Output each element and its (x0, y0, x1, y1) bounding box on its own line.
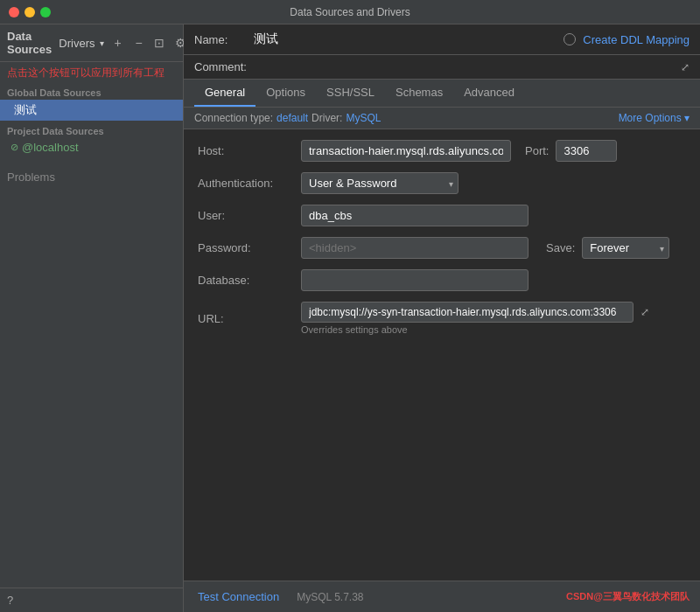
url-row: URL: ⤢ Overrides settings above (198, 302, 686, 335)
auth-select-wrapper: User & Password No auth LDAP Kerberos ▾ (301, 172, 458, 194)
problems-section: Problems (0, 167, 183, 187)
copy-button[interactable]: ⊡ (150, 33, 169, 52)
data-sources-tab[interactable]: Data Sources (7, 30, 52, 56)
tree-item-localhost[interactable]: ⊘ @localhost (0, 138, 183, 156)
name-row: Name: 测试 Create DDL Mapping (184, 24, 700, 55)
auth-select[interactable]: User & Password No auth LDAP Kerberos (301, 172, 458, 194)
user-row: User: (198, 205, 686, 226)
more-options-arrow-icon: ▾ (684, 112, 690, 124)
password-label: Password: (198, 241, 294, 254)
watermark: CSDN@三翼鸟数化技术团队 (566, 590, 690, 603)
add-button[interactable]: + (108, 33, 127, 52)
global-section-header: Global Data Sources (0, 84, 183, 100)
url-input-wrapper: ⤢ (301, 302, 686, 323)
left-panel-header: Data Sources Drivers ▾ + − ⊡ ⚙ ↗ ← → (0, 24, 183, 62)
left-panel: Data Sources Drivers ▾ + − ⊡ ⚙ ↗ ← → 点击这… (0, 24, 184, 612)
comment-label: Comment: (194, 60, 247, 73)
url-hint: Overrides settings above (301, 324, 686, 335)
conn-type-label: Connection type: (194, 112, 273, 124)
host-row: Host: Port: (198, 140, 686, 162)
connection-info-bar: Connection type: default Driver: MySQL M… (184, 108, 700, 129)
tab-schemas[interactable]: Schemas (385, 80, 453, 107)
drivers-tab[interactable]: Drivers (59, 37, 94, 50)
database-label: Database: (198, 274, 294, 287)
database-input[interactable] (301, 269, 528, 291)
tab-schemas-label: Schemas (396, 86, 443, 99)
close-button[interactable] (9, 7, 19, 17)
save-select[interactable]: Forever Until restart Never (582, 237, 669, 259)
driver-value[interactable]: MySQL (346, 112, 381, 124)
tabs-bar: General Options SSH/SSL Schemas Advanced (184, 80, 700, 108)
create-ddl-link[interactable]: Create DDL Mapping (583, 33, 690, 46)
host-input[interactable] (301, 140, 511, 162)
window-title: Data Sources and Drivers (290, 6, 410, 18)
help-button[interactable]: ? (0, 588, 183, 612)
password-input[interactable] (301, 237, 528, 259)
mysql-version: MySQL 5.7.38 (297, 591, 363, 603)
annotation-text: 点击这个按钮可以应用到所有工程 (0, 62, 183, 84)
host-label: Host: (198, 144, 294, 157)
project-section-header: Project Data Sources (0, 121, 183, 138)
tab-general[interactable]: General (194, 80, 256, 107)
save-label: Save: (546, 241, 575, 254)
url-label: URL: (198, 312, 294, 325)
tab-sshssl-label: SSH/SSL (326, 86, 374, 99)
port-label: Port: (525, 144, 549, 157)
maximize-button[interactable] (40, 7, 51, 17)
tree-item-label: 测试 (14, 103, 37, 116)
watermark-text: CSDN@三翼鸟数化技术团队 (566, 591, 690, 602)
window-controls (9, 7, 51, 17)
minimize-button[interactable] (24, 7, 35, 17)
localhost-icon: ⊘ (10, 142, 18, 153)
password-row: Password: Save: Forever Until restart Ne… (198, 237, 686, 259)
radio-button[interactable] (564, 33, 576, 45)
titlebar: Data Sources and Drivers (0, 0, 700, 24)
url-expand-icon[interactable]: ⤢ (637, 304, 653, 320)
remove-button[interactable]: − (129, 33, 148, 52)
name-label: Name: (194, 33, 247, 46)
comment-expand-icon[interactable]: ⤢ (681, 61, 690, 73)
tab-advanced-label: Advanced (464, 86, 514, 99)
tab-sshssl[interactable]: SSH/SSL (316, 80, 385, 107)
form-content: Host: Port: Authentication: User & Passw… (184, 129, 700, 581)
bottom-bar: Test Connection MySQL 5.7.38 CSDN@三翼鸟数化技… (184, 581, 700, 612)
user-input[interactable] (301, 205, 528, 226)
tab-options[interactable]: Options (256, 80, 316, 107)
more-options-label: More Options (619, 112, 682, 124)
dropdown-arrow-icon[interactable]: ▾ (100, 38, 104, 48)
main-layout: Data Sources Drivers ▾ + − ⊡ ⚙ ↗ ← → 点击这… (0, 24, 700, 612)
port-input[interactable] (556, 140, 617, 162)
test-connection-button[interactable]: Test Connection (194, 588, 283, 605)
driver-label: Driver: (312, 112, 342, 124)
user-label: User: (198, 209, 294, 222)
right-panel: Name: 测试 Create DDL Mapping Comment: ⤢ G… (184, 24, 700, 612)
conn-type-value[interactable]: default (276, 112, 308, 124)
name-value: 测试 (254, 31, 556, 47)
auth-row: Authentication: User & Password No auth … (198, 172, 686, 194)
database-row: Database: (198, 269, 686, 291)
tree-item-测试[interactable]: 测试 (0, 100, 183, 121)
more-options-button[interactable]: More Options ▾ (619, 112, 690, 124)
comment-row: Comment: ⤢ (184, 55, 700, 80)
auth-label: Authentication: (198, 177, 294, 190)
save-select-wrapper: Forever Until restart Never ▾ (582, 237, 669, 259)
url-container: ⤢ Overrides settings above (301, 302, 686, 335)
tab-advanced[interactable]: Advanced (453, 80, 525, 107)
tab-options-label: Options (266, 86, 305, 99)
localhost-label: @localhost (22, 141, 79, 154)
tab-general-label: General (205, 86, 245, 99)
problems-label: Problems (7, 170, 55, 184)
url-input[interactable] (301, 302, 634, 323)
